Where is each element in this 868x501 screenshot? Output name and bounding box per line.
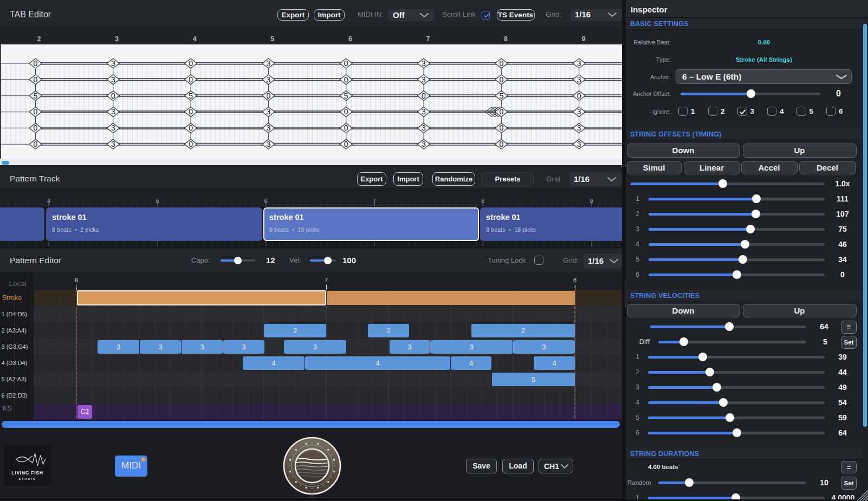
svg-text:0: 0: [34, 75, 38, 84]
svg-text:0: 0: [189, 75, 193, 84]
svg-text:0: 0: [111, 92, 115, 100]
svg-text:3: 3: [422, 107, 426, 116]
svg-text:0: 0: [189, 123, 193, 132]
svg-text:5: 5: [499, 92, 503, 100]
svg-text:0: 0: [344, 107, 348, 116]
svg-text:3: 3: [577, 75, 581, 84]
svg-text:0: 0: [189, 107, 193, 116]
svg-text:3: 3: [111, 59, 115, 68]
svg-text:3: 3: [267, 59, 271, 68]
svg-text:0: 0: [34, 107, 38, 116]
svg-text:0: 0: [34, 123, 38, 132]
svg-text:0: 0: [189, 140, 193, 148]
svg-text:0: 0: [422, 92, 426, 100]
svg-text:3: 3: [577, 59, 581, 68]
svg-text:3: 3: [267, 107, 271, 116]
svg-text:3: 3: [422, 75, 426, 84]
svg-text:3: 3: [422, 140, 426, 148]
svg-text:0: 0: [344, 59, 348, 68]
svg-text:3: 3: [577, 107, 581, 116]
svg-text:STUDIO: STUDIO: [18, 477, 36, 480]
svg-text:3: 3: [422, 59, 426, 68]
svg-text:3: 3: [111, 75, 115, 84]
svg-text:0: 0: [499, 59, 503, 68]
svg-text:3: 3: [111, 123, 115, 132]
svg-text:5: 5: [344, 92, 348, 100]
svg-text:3: 3: [111, 107, 115, 116]
svg-text:0: 0: [344, 140, 348, 148]
svg-text:3: 3: [267, 75, 271, 84]
svg-text:0: 0: [499, 75, 503, 84]
svg-text:0: 0: [34, 59, 38, 68]
svg-text:0: 0: [499, 123, 503, 132]
svg-text:3: 3: [111, 140, 115, 148]
svg-text:3: 3: [577, 140, 581, 148]
svg-text:0: 0: [499, 107, 503, 116]
svg-text:5: 5: [34, 92, 38, 100]
svg-text:0: 0: [267, 92, 271, 100]
svg-text:3: 3: [267, 123, 271, 132]
svg-text:3: 3: [422, 123, 426, 132]
svg-text:0: 0: [34, 140, 38, 148]
svg-text:5: 5: [189, 92, 193, 100]
svg-text:3: 3: [577, 123, 581, 132]
svg-text:0: 0: [344, 123, 348, 132]
svg-text:0: 0: [577, 92, 581, 100]
svg-text:3: 3: [267, 140, 271, 148]
svg-text:0: 0: [499, 140, 503, 148]
svg-text:0: 0: [189, 59, 193, 68]
svg-text:0: 0: [344, 75, 348, 84]
svg-text:LIVING FISH: LIVING FISH: [11, 470, 43, 476]
